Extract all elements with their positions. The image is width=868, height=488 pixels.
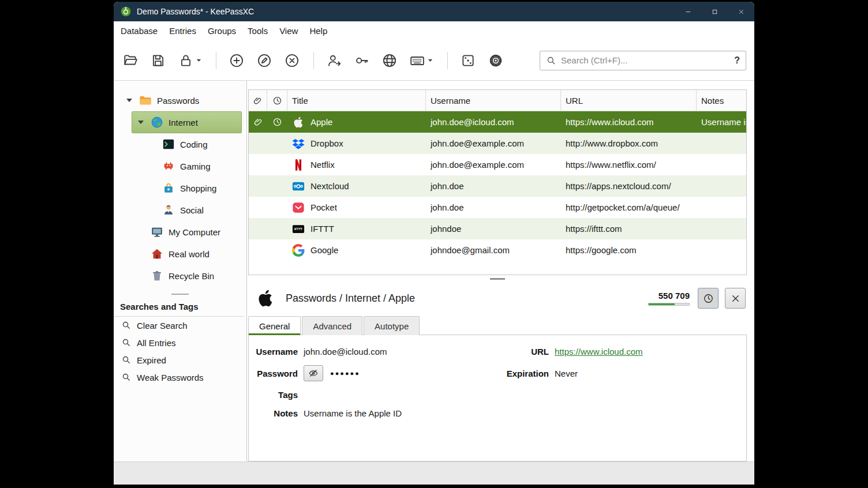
entry-row-netflix[interactable]: Netflix john.doe@example.com https://www… [249,154,746,175]
entry-row-apple[interactable]: Apple john.doe@icloud.com https://www.ic… [249,111,746,133]
globe-icon [151,116,163,129]
perform-autotype-button[interactable] [410,49,433,72]
open-database-button[interactable] [123,49,138,72]
password-health-count: 550 709 [659,291,690,301]
search-help-button[interactable]: ? [729,55,740,66]
password-health-fill [649,303,675,305]
entry-row-ifttt[interactable]: IFTTT johndoe https://ifttt.com [249,218,746,239]
breadcrumb: Passwords / Internet / Apple [286,292,415,305]
clock-icon [703,293,714,304]
search-tag-icon [121,320,132,331]
maximize-button[interactable] [701,2,728,21]
menu-item-view[interactable]: View [274,22,304,39]
password-value: ●●●●●● [330,370,360,377]
group-item-internet[interactable]: Internet [132,111,242,133]
invader-icon [162,160,175,172]
minimize-icon [684,8,692,16]
copy-password-button[interactable] [354,49,369,72]
search-item-weak-passwords[interactable]: Weak Passwords [114,369,246,386]
expand-arrow-icon[interactable] [126,99,139,102]
search-item-all-entries[interactable]: All Entries [114,334,246,351]
group-item-my-computer[interactable]: My Computer [132,221,242,243]
searches-and-tags-title: Searches and Tags [114,302,244,317]
edit-entry-button[interactable] [257,49,272,72]
entry-table: Title Username URL Notes Apple john.doe@… [248,89,747,275]
entry-detail-panel: Passwords / Internet / Apple 550 709 Gen… [248,282,747,461]
attachment-column-header[interactable] [249,90,267,111]
panel-splitter[interactable] [248,275,747,282]
folder-icon [139,94,152,107]
delete-entry-button[interactable] [285,49,300,72]
apple-icon [256,288,275,308]
entry-row-dropbox[interactable]: Dropbox john.doe@example.com http://www.… [249,133,746,154]
entry-table-header: Title Username URL Notes [249,90,746,111]
dropbox-icon [292,137,305,150]
toolbar: ? [114,40,754,81]
notes-label: Notes [251,408,298,418]
clock-icon [272,117,282,127]
sidebar-splitter[interactable] [114,287,246,302]
close-icon [730,293,741,304]
toggle-password-button[interactable] [304,365,323,381]
tab-autotype[interactable]: Autotype [364,316,420,335]
detail-content: Username john.doe@icloud.com URL https:/… [248,335,747,461]
group-item-passwords[interactable]: Passwords [120,89,242,111]
menu-item-groups[interactable]: Groups [202,22,242,39]
person-icon [162,204,175,216]
group-item-social[interactable]: Social [143,199,242,221]
settings-button[interactable] [488,49,503,72]
entry-row-google[interactable]: Google johndoe@gmail.com https://google.… [249,239,746,261]
search-input[interactable] [561,55,729,65]
history-button[interactable] [698,288,719,309]
save-database-icon [151,53,166,68]
monitor-icon [151,226,163,238]
close-preview-button[interactable] [725,288,746,309]
menu-item-tools[interactable]: Tools [242,22,274,39]
caret-down-icon [427,57,433,63]
menu-item-database[interactable]: Database [115,22,163,39]
search-item-expired[interactable]: Expired [114,351,246,369]
search-box: ? [540,51,746,70]
entry-row-pocket[interactable]: Pocket john.doe http://getpocket.com/a/q… [249,197,746,218]
copy-url-button[interactable] [382,49,397,72]
group-item-gaming[interactable]: Gaming [143,155,242,177]
house-icon [151,247,163,260]
url-link[interactable]: https://www.icloud.com [555,347,740,356]
password-generator-button[interactable] [461,49,476,72]
expiration-label: Expiration [494,369,549,378]
username-value: john.doe@icloud.com [304,347,488,356]
entry-row-nextcloud[interactable]: Nextcloud john.doe https://apps.nextclou… [249,175,746,197]
detail-header: Passwords / Internet / Apple 550 709 [248,282,747,314]
searches-list: Clear Search All Entries Expired Weak Pa… [114,317,246,386]
close-button[interactable] [728,2,754,21]
notes-column-header[interactable]: Notes [697,90,746,111]
minimize-button[interactable] [675,2,701,21]
password-generator-icon [461,53,476,68]
lock-database-button[interactable] [178,49,202,72]
url-column-header[interactable]: URL [561,90,697,111]
expand-arrow-icon[interactable] [138,121,151,124]
title-column-header[interactable]: Title [287,90,426,111]
entry-table-body: Apple john.doe@icloud.com https://www.ic… [249,111,746,261]
status-strip [114,461,754,485]
copy-username-button[interactable] [327,49,342,72]
save-database-button[interactable] [151,49,166,72]
username-label: Username [251,347,298,356]
title-bar: Demo Passwords* - KeePassXC [114,2,754,21]
group-item-coding[interactable]: Coding [143,133,242,155]
search-item-clear-search[interactable]: Clear Search [114,317,246,334]
expiry-column-header[interactable] [267,90,287,111]
username-column-header[interactable]: Username [426,90,561,111]
edit-entry-icon [257,53,272,68]
tab-general[interactable]: General [248,316,301,335]
tab-advanced[interactable]: Advanced [302,316,362,335]
group-item-shopping[interactable]: Shopping [143,177,242,199]
search-icon [546,55,556,66]
group-item-real-world[interactable]: Real world [132,243,242,265]
menu-item-entries[interactable]: Entries [163,22,202,39]
group-item-recycle-bin[interactable]: Recycle Bin [132,265,242,287]
add-entry-button[interactable] [229,49,244,72]
pocket-icon [292,201,305,214]
menu-item-help[interactable]: Help [304,22,333,39]
delete-entry-icon [285,53,300,68]
